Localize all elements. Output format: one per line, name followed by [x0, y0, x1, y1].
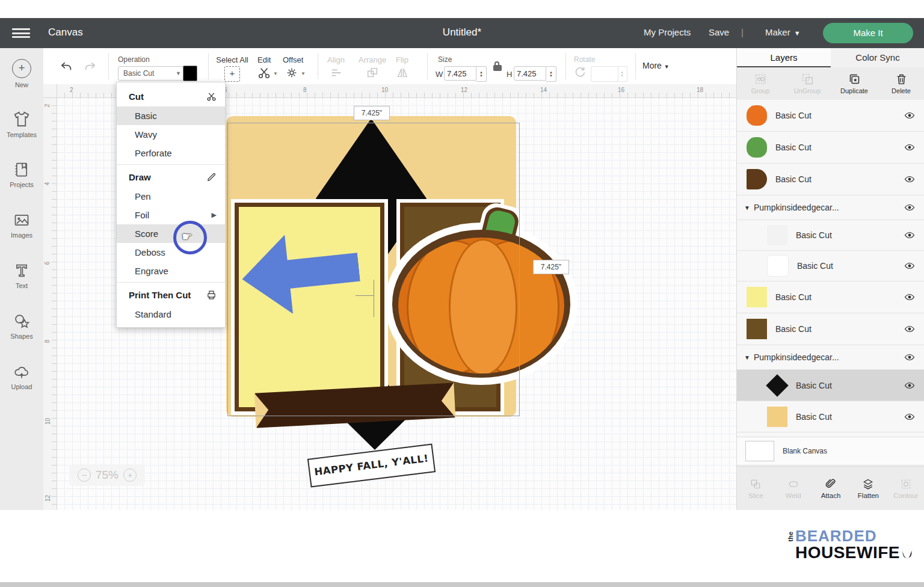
width-dimension-label: 7.425" [354, 106, 390, 120]
eye-icon[interactable] [904, 354, 915, 361]
ungroup-button: UnGroup [784, 67, 831, 100]
make-it-button[interactable]: Make It [823, 23, 913, 43]
my-projects-link[interactable]: My Projects [644, 27, 691, 37]
brown-shape-thumbnail [747, 169, 767, 189]
hamburger-menu-icon[interactable] [12, 28, 30, 38]
eye-icon[interactable] [904, 176, 915, 183]
text-icon [13, 262, 30, 279]
menu-item-standard[interactable]: Standard [117, 305, 225, 324]
sidebar-item-upload[interactable]: Upload [0, 351, 43, 402]
layer-row[interactable]: Basic Cut [737, 132, 924, 164]
edit-toolbar: Operation Basic Cut▼ Select All + Edit ▼… [43, 48, 736, 85]
top-header-bar: Canvas Untitled* My Projects Save | Make… [0, 18, 924, 48]
layer-group-row[interactable]: ▼ Pumpkinsideedgecar... [737, 345, 924, 370]
select-all-label: Select All [214, 55, 250, 64]
edit-scissors-icon[interactable] [257, 66, 271, 79]
white-faint-thumbnail [767, 225, 787, 245]
sidebar-item-templates[interactable]: Templates [0, 99, 43, 149]
menu-item-foil[interactable]: Foil ▶ [117, 206, 225, 224]
layer-group-row[interactable]: ▼ Pumpkinsideedgecar... [737, 195, 924, 220]
select-all-button[interactable]: + [224, 66, 240, 82]
chevron-down-icon: ▼ [176, 67, 181, 80]
more-button[interactable]: More ▼ [642, 61, 670, 70]
watermark-line1: BEARDED [795, 528, 913, 544]
contour-button: Contour [887, 467, 924, 511]
cricut-design-space-app: Canvas Untitled* My Projects Save | Make… [0, 0, 924, 587]
layer-row[interactable]: Basic Cut [737, 100, 924, 132]
menu-header-cut: Cut [117, 86, 225, 106]
sidebar-item-new[interactable]: + New [0, 48, 43, 99]
menu-item-engrave[interactable]: Engrave [117, 262, 225, 280]
duplicate-button[interactable]: Duplicate [831, 67, 878, 100]
menu-item-pen[interactable]: Pen [117, 187, 225, 206]
yellow-square-thumbnail [747, 287, 767, 307]
zoom-level: 75% [96, 469, 119, 482]
menu-item-deboss[interactable]: Deboss [117, 243, 225, 262]
eye-icon[interactable] [904, 232, 915, 239]
flatten-button[interactable]: Flatten [849, 467, 887, 511]
toolbar-divider [108, 53, 109, 79]
zoom-in-button[interactable]: + [123, 469, 137, 482]
width-stepper[interactable]: ▲▼ [476, 66, 487, 82]
bottom-margin: the BEARDED HOUSEWIFE [0, 510, 924, 587]
scissors-icon [206, 91, 217, 102]
chevron-down-icon[interactable]: ▼ [273, 71, 278, 76]
blank-canvas-thumbnail [745, 441, 774, 461]
menu-item-wavy[interactable]: Wavy [117, 125, 225, 144]
menu-item-score[interactable]: Score [117, 224, 225, 243]
layer-row[interactable]: Basic Cut [737, 220, 924, 251]
black-diamond-thumbnail [766, 374, 789, 397]
zoom-out-button[interactable]: − [78, 469, 91, 482]
height-stepper[interactable]: ▲▼ [546, 66, 556, 82]
tab-layers[interactable]: Layers [737, 48, 831, 67]
sidebar-item-text[interactable]: Text [0, 250, 43, 301]
eye-icon[interactable] [904, 382, 915, 389]
collapse-caret-icon[interactable]: ▼ [744, 204, 750, 211]
layer-row[interactable]: Basic Cut [737, 401, 924, 432]
rotate-label: Rotate [574, 55, 595, 64]
layer-row[interactable]: Basic Cut [737, 281, 924, 313]
eye-icon[interactable] [904, 325, 915, 333]
notebook-icon [13, 161, 30, 178]
arrange-label: Arrange [359, 55, 386, 64]
sidebar-item-projects[interactable]: Projects [0, 149, 43, 200]
eye-icon[interactable] [904, 204, 915, 211]
selection-bounding-box[interactable] [227, 123, 520, 416]
machine-selector[interactable]: Maker▼ [765, 27, 801, 37]
color-swatch[interactable] [183, 66, 197, 81]
attach-button[interactable]: Attach [812, 467, 849, 511]
sidebar-item-shapes[interactable]: Shapes [0, 301, 43, 351]
width-input[interactable] [444, 66, 476, 81]
menu-header-print-then-cut: Print Then Cut [117, 284, 225, 305]
blank-canvas-row[interactable]: Blank Canvas [737, 437, 924, 466]
offset-icon[interactable] [285, 66, 298, 79]
layers-list: Basic Cut Basic Cut Basic Cut ▼ Pumpkins… [737, 100, 924, 432]
eye-icon[interactable] [904, 262, 915, 269]
tab-color-sync[interactable]: Color Sync [831, 48, 924, 67]
eye-icon[interactable] [904, 413, 915, 420]
operation-dropdown[interactable]: Basic Cut▼ [118, 66, 185, 81]
happy-fall-text-shape[interactable]: HAPPY FALL, Y'ALL! [307, 443, 436, 487]
height-input[interactable] [514, 66, 546, 81]
delete-button[interactable]: Delete [878, 67, 924, 100]
layer-row[interactable]: Basic Cut [737, 251, 924, 281]
menu-item-basic[interactable]: Basic [117, 106, 225, 125]
eye-icon[interactable] [904, 112, 915, 119]
layer-row[interactable]: Basic Cut [737, 164, 924, 195]
save-link[interactable]: Save [709, 27, 729, 37]
eye-icon[interactable] [904, 144, 915, 151]
eye-icon[interactable] [904, 294, 915, 301]
height-dimension-label: 7.425" [533, 260, 569, 274]
lock-aspect-icon[interactable] [493, 61, 502, 71]
undo-icon[interactable] [60, 60, 73, 73]
layer-row-selected[interactable]: Basic Cut [737, 370, 924, 401]
chevron-down-icon[interactable]: ▼ [301, 71, 306, 76]
collapse-caret-icon[interactable]: ▼ [744, 354, 750, 361]
menu-item-perforate[interactable]: Perforate [117, 144, 225, 162]
chevron-down-icon: ▼ [664, 64, 670, 70]
operation-menu: Cut Basic Wavy Perforate Draw Pen Foil ▶… [116, 82, 226, 328]
zoom-control: − 75% + [69, 464, 145, 486]
layer-row[interactable]: Basic Cut [737, 313, 924, 345]
redo-icon[interactable] [83, 60, 96, 73]
sidebar-item-images[interactable]: Images [0, 200, 43, 250]
